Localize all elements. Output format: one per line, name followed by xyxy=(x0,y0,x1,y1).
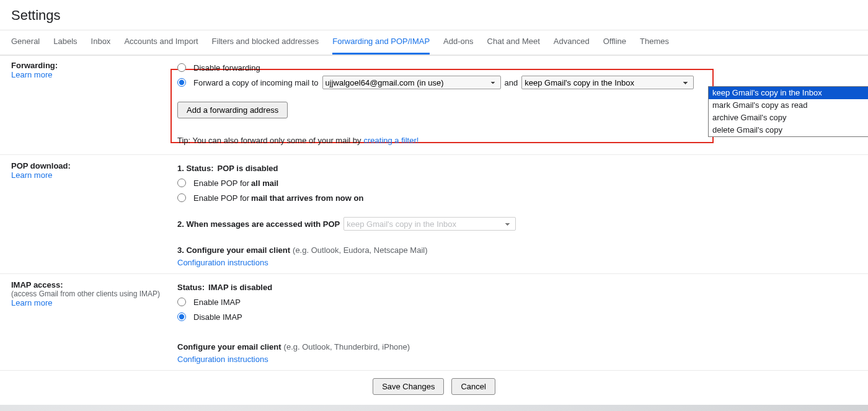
pop-all-mail-bold: all mail xyxy=(251,179,278,188)
settings-content: Forwarding: Learn more Disable forwardin… xyxy=(0,56,868,405)
imap-status-value: IMAP is disabled xyxy=(208,283,272,292)
tab-chat-and-meet[interactable]: Chat and Meet xyxy=(487,37,540,55)
and-label: and xyxy=(505,78,518,87)
imap-learn-more[interactable]: Learn more xyxy=(11,298,52,307)
tab-offline[interactable]: Offline xyxy=(603,37,626,55)
settings-header: Settings xyxy=(0,0,868,30)
forward-action-dropdown-open[interactable]: keep Gmail's copy in the Inboxmark Gmail… xyxy=(708,86,868,137)
forward-action-option[interactable]: archive Gmail's copy xyxy=(709,112,868,124)
forward-action-option[interactable]: keep Gmail's copy in the Inbox xyxy=(709,87,868,99)
tab-labels[interactable]: Labels xyxy=(53,37,77,55)
footer: Terms · Privacy · Programme Policies Las… xyxy=(0,405,868,411)
forward-action-option[interactable]: mark Gmail's copy as read xyxy=(709,99,868,112)
pop-from-now-radio[interactable] xyxy=(177,193,186,202)
pop-action-select: keep Gmail's copy in the Inbox xyxy=(343,217,516,231)
tab-general[interactable]: General xyxy=(11,37,40,55)
imap-status-prefix: Status: xyxy=(177,283,205,292)
tab-inbox[interactable]: Inbox xyxy=(91,37,111,55)
pop-configure-hint: (e.g. Outlook, Eudora, Netscape Mail) xyxy=(293,245,428,255)
pop-configure-label: 3. Configure your email client xyxy=(177,245,290,255)
forward-copy-radio[interactable] xyxy=(177,78,186,87)
tab-filters-and-blocked-addresses[interactable]: Filters and blocked addresses xyxy=(212,37,319,55)
forward-action-option[interactable]: delete Gmail's copy xyxy=(709,124,868,136)
disable-imap-label: Disable IMAP xyxy=(193,312,242,322)
pop-all-mail-radio[interactable] xyxy=(177,179,186,187)
cancel-button[interactable]: Cancel xyxy=(451,378,495,395)
disable-forwarding-label: Disable forwarding xyxy=(193,63,260,73)
forwarding-learn-more[interactable]: Learn more xyxy=(11,70,52,79)
forward-address-select[interactable]: ujjwalgoel64@gmail.com (in use) xyxy=(322,76,501,89)
page-title: Settings xyxy=(0,0,868,30)
pop-all-mail-prefix: Enable POP for xyxy=(193,179,249,188)
create-filter-link[interactable]: creating a filter! xyxy=(364,136,419,145)
disable-forwarding-radio[interactable] xyxy=(177,63,186,72)
imap-configure-label: Configure your email client xyxy=(177,342,281,351)
enable-imap-radio[interactable] xyxy=(177,298,186,306)
imap-label: IMAP access: xyxy=(11,280,177,289)
imap-configure-hint: (e.g. Outlook, Thunderbird, iPhone) xyxy=(284,342,410,351)
imap-hint: (access Gmail from other clients using I… xyxy=(11,289,177,298)
tab-advanced[interactable]: Advanced xyxy=(554,37,590,55)
forward-copy-label: Forward a copy of incoming mail to xyxy=(193,78,319,87)
settings-tabs: GeneralLabelsInboxAccounts and ImportFil… xyxy=(0,30,868,55)
pop-from-now-prefix: Enable POP for xyxy=(193,193,249,203)
pop-config-instructions-link[interactable]: Configuration instructions xyxy=(177,258,268,267)
tab-themes[interactable]: Themes xyxy=(640,37,669,55)
pop-learn-more[interactable]: Learn more xyxy=(11,170,52,180)
imap-config-instructions-link[interactable]: Configuration instructions xyxy=(177,355,268,364)
tab-add-ons[interactable]: Add-ons xyxy=(443,37,473,55)
enable-imap-label: Enable IMAP xyxy=(193,298,241,307)
forward-action-select[interactable]: keep Gmail's copy in the Inbox xyxy=(521,76,694,89)
pop-label: POP download: xyxy=(11,161,177,170)
tab-forwarding-and-pop-imap[interactable]: Forwarding and POP/IMAP xyxy=(332,37,430,55)
disable-imap-radio[interactable] xyxy=(177,312,186,321)
add-forwarding-address-button[interactable]: Add a forwarding address xyxy=(177,102,288,118)
forwarding-tip-text: Tip: You can also forward only some of y… xyxy=(177,136,361,145)
pop-access-label: 2. When messages are accessed with POP xyxy=(177,219,340,229)
forwarding-label: Forwarding: xyxy=(11,61,177,70)
pop-status-value: POP is disabled xyxy=(218,164,278,173)
tab-accounts-and-import[interactable]: Accounts and Import xyxy=(124,37,198,55)
pop-status-prefix: 1. Status: xyxy=(177,164,214,173)
pop-from-now-bold: mail that arrives from now on xyxy=(251,193,363,203)
save-changes-button[interactable]: Save Changes xyxy=(373,378,444,395)
